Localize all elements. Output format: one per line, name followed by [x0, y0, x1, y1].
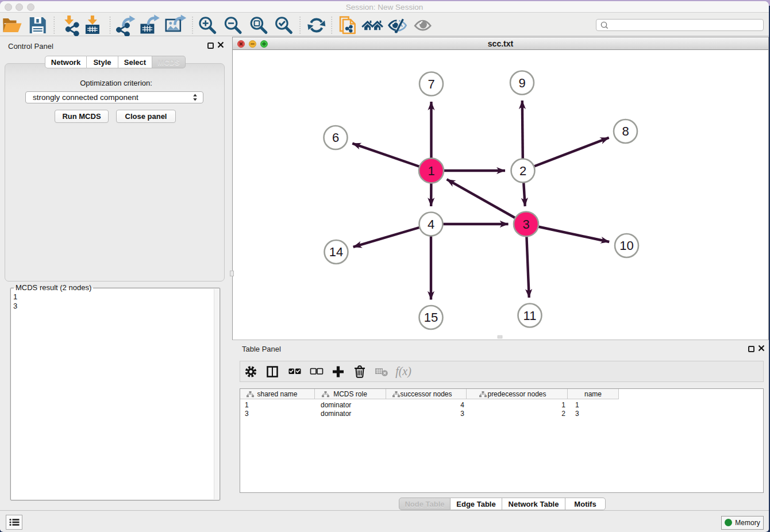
svg-text:15: 15: [424, 310, 438, 325]
svg-text:14: 14: [329, 245, 343, 259]
svg-text:9: 9: [518, 76, 525, 90]
svg-text:2: 2: [519, 164, 526, 178]
svg-text:8: 8: [622, 124, 629, 138]
svg-text:3: 3: [522, 217, 529, 232]
svg-text:11: 11: [523, 309, 537, 323]
svg-text:7: 7: [428, 77, 434, 91]
svg-text:10: 10: [619, 238, 633, 253]
svg-text:1: 1: [428, 164, 434, 178]
svg-text:4: 4: [428, 217, 434, 232]
svg-text:6: 6: [332, 130, 339, 145]
svg-text:f(x): f(x): [395, 365, 411, 378]
